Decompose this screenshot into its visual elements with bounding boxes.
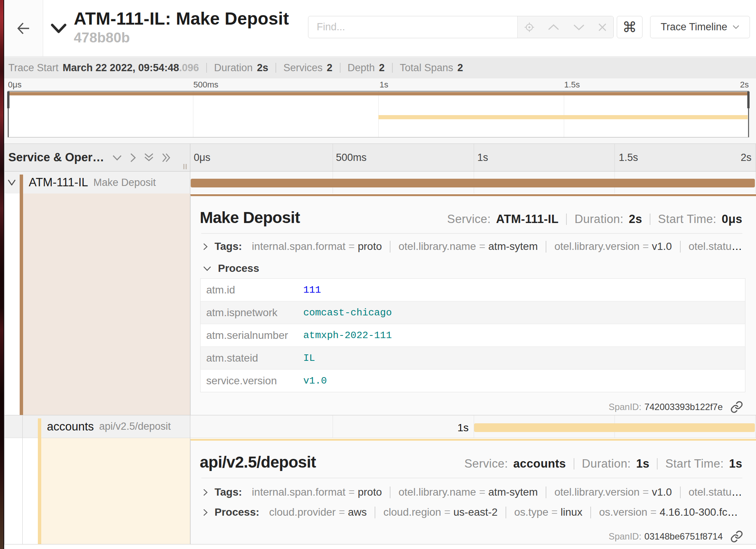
span-duration-bar[interactable] bbox=[191, 179, 755, 187]
span-detail-header: api/v2.5/deposit Service: accounts Durat… bbox=[191, 441, 756, 471]
minimap-right-scrubber[interactable] bbox=[748, 92, 749, 137]
span-duration-bar[interactable] bbox=[474, 423, 755, 432]
span-color-strip bbox=[38, 438, 41, 544]
gridline bbox=[333, 144, 333, 171]
tags-accordian[interactable]: Tags: internal.span.format=proto otel.li… bbox=[191, 486, 756, 498]
span-detail-row-atm: Make Deposit Service: ATM-111-IL Duratio… bbox=[4, 193, 756, 415]
keyboard-shortcuts-button[interactable]: ⌘ bbox=[617, 16, 642, 38]
span-id-line: SpanID: 03148be6751f8714 bbox=[608, 530, 743, 543]
trace-page: ATM-111-IL: Make Deposit 478b80b bbox=[0, 0, 756, 549]
kv-row: atm.id 111 bbox=[201, 279, 745, 301]
tag: internal.span.format=proto bbox=[252, 486, 382, 498]
locate-match-icon[interactable] bbox=[524, 22, 535, 33]
divider bbox=[201, 233, 742, 234]
span-row-accounts[interactable]: accounts api/v2.5/deposit 1s bbox=[4, 415, 756, 438]
duration-label: Duration: bbox=[582, 457, 631, 471]
trace-summary-bar: Trace Start March 22 2022, 09:54:48.096 … bbox=[4, 57, 756, 78]
span-start-label: 1s bbox=[190, 423, 469, 432]
span-name-cell[interactable]: ATM-111-IL Make Deposit bbox=[4, 172, 190, 193]
axis-tick-label: 500ms bbox=[336, 144, 367, 171]
divider bbox=[506, 507, 506, 518]
process-tag: os.type=linux bbox=[514, 506, 582, 518]
span-operation-name: Make Deposit bbox=[93, 177, 156, 189]
divider bbox=[657, 458, 658, 469]
trace-view-label: Trace Timeline bbox=[661, 21, 727, 33]
trace-start-ms: .096 bbox=[179, 62, 199, 73]
kv-row: service.version v1.0 bbox=[201, 370, 745, 392]
process-accordian[interactable]: Process bbox=[191, 262, 756, 274]
collapse-all-control[interactable] bbox=[112, 155, 122, 161]
span-row-atm[interactable]: ATM-111-IL Make Deposit bbox=[4, 172, 756, 193]
span-color-strip bbox=[20, 175, 23, 194]
process-kv-table: atm.id 111 atm.ispnetwork comcast-chicag… bbox=[200, 278, 745, 392]
tags-label: Tags: bbox=[215, 486, 242, 498]
process-accordian[interactable]: Process: cloud.provider=aws cloud.region… bbox=[191, 506, 756, 518]
minimap-viewport[interactable] bbox=[8, 91, 749, 137]
span-name-cell[interactable]: accounts api/v2.5/deposit bbox=[4, 415, 190, 438]
find-bar bbox=[308, 16, 614, 38]
service-label: Service: bbox=[464, 457, 508, 471]
collapse-trace-toggle[interactable] bbox=[51, 23, 67, 33]
trace-title: ATM-111-IL: Make Deposit bbox=[74, 8, 289, 29]
prev-match-icon[interactable] bbox=[547, 23, 560, 31]
tag: otel.library.name=atm-sytem bbox=[398, 486, 538, 498]
deep-link-icon[interactable] bbox=[730, 401, 743, 413]
expand-all-control[interactable] bbox=[130, 153, 136, 162]
span-id-label: SpanID: bbox=[608, 402, 641, 412]
column-resize-handle[interactable] bbox=[182, 164, 188, 170]
duration-value: 1s bbox=[636, 457, 649, 471]
divider bbox=[680, 241, 681, 253]
span-detail-header: Make Deposit Service: ATM-111-IL Duratio… bbox=[191, 196, 756, 227]
divider bbox=[566, 214, 567, 225]
gridline bbox=[755, 172, 756, 193]
chevron-right-icon bbox=[203, 509, 208, 516]
collapse-children-toggle[interactable] bbox=[8, 179, 16, 186]
tag: otel.status_code bbox=[689, 486, 742, 498]
span-tint bbox=[41, 438, 190, 544]
find-input[interactable] bbox=[308, 16, 517, 38]
trace-view-selector[interactable]: Trace Timeline bbox=[650, 16, 750, 38]
tag: otel.library.name=atm-sytem bbox=[398, 240, 538, 253]
tags-accordian[interactable]: Tags: internal.span.format=proto otel.li… bbox=[191, 240, 756, 253]
process-tag: os.version=4.16.10-300.fc28.x86_64 bbox=[599, 506, 742, 518]
trace-start-label: Trace Start bbox=[8, 62, 59, 74]
total-spans-value: 2 bbox=[457, 62, 463, 74]
span-tint bbox=[23, 193, 190, 415]
minimap-tick-label: 2s bbox=[740, 80, 749, 90]
collapse-one-control[interactable] bbox=[144, 153, 154, 162]
span-timeline-cell[interactable]: 1s bbox=[190, 415, 756, 438]
kv-row: atm.serialnumber atmxph-2022-111 bbox=[201, 324, 745, 347]
grip-lines-icon bbox=[182, 164, 188, 170]
divider bbox=[340, 63, 341, 73]
service-value: ATM-111-IL bbox=[496, 212, 558, 226]
service-operation-header: Service & Oper… bbox=[4, 144, 190, 171]
minimap-tick-label: 1.5s bbox=[564, 80, 580, 90]
span-service-name: accounts bbox=[47, 420, 94, 434]
chevron-right-icon bbox=[130, 153, 136, 162]
divider bbox=[375, 507, 375, 518]
tag: otel.status_code bbox=[689, 240, 742, 253]
span-timeline-cell[interactable] bbox=[190, 172, 756, 193]
span-id-value: 742003393b122f7e bbox=[644, 402, 723, 412]
kv-value: IL bbox=[303, 347, 745, 370]
span-detail-panel-wrap: Make Deposit Service: ATM-111-IL Duratio… bbox=[190, 193, 756, 415]
span-operation-name: api/v2.5/deposit bbox=[99, 421, 171, 432]
span-id-value: 03148be6751f8714 bbox=[644, 531, 723, 542]
minimap-tick-label: 1s bbox=[380, 80, 388, 90]
deep-link-icon[interactable] bbox=[730, 530, 743, 543]
axis-tick-label: 1.5s bbox=[619, 144, 638, 171]
service-label: Service: bbox=[447, 212, 491, 226]
chevron-down-icon bbox=[733, 25, 739, 29]
next-match-icon[interactable] bbox=[572, 23, 585, 31]
expand-one-control[interactable] bbox=[162, 153, 171, 162]
total-spans-label: Total Spans bbox=[400, 62, 453, 74]
services-label: Services bbox=[283, 62, 323, 74]
start-time-label: Start Time: bbox=[665, 457, 723, 471]
column-divider[interactable] bbox=[190, 143, 190, 544]
divider bbox=[546, 241, 546, 253]
clear-find-icon[interactable] bbox=[597, 22, 607, 32]
minimap-left-scrubber[interactable] bbox=[8, 92, 9, 137]
back-button[interactable] bbox=[4, 0, 43, 56]
trace-title-block: ATM-111-IL: Make Deposit 478b80b bbox=[74, 8, 289, 46]
chevron-down-icon bbox=[51, 23, 67, 34]
